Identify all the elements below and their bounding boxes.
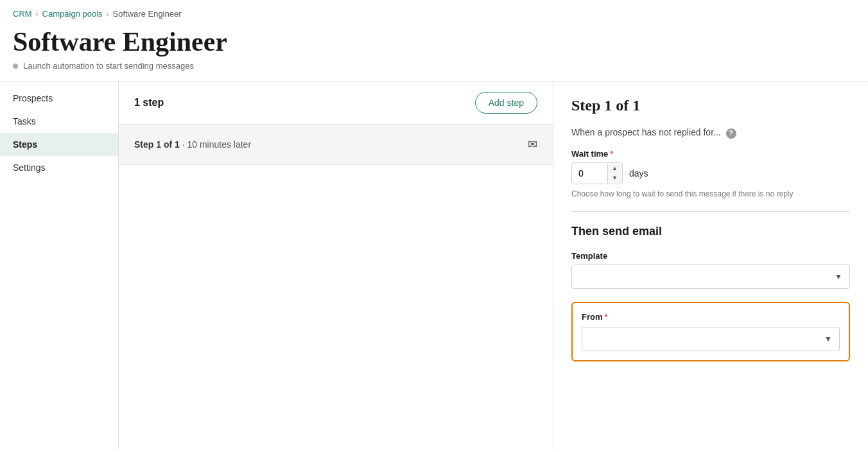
page-subtitle: Launch automation to start sending messa… — [0, 61, 868, 81]
template-label: Template — [571, 251, 850, 261]
step-label-detail: · 10 minutes later — [180, 139, 251, 150]
add-step-button[interactable]: Add step — [475, 92, 537, 114]
right-panel-title: Step 1 of 1 — [571, 97, 850, 114]
breadcrumb-campaign-pools-link[interactable]: Campaign pools — [42, 9, 103, 19]
page-subtitle-text: Launch automation to start sending messa… — [23, 61, 194, 71]
template-select-wrapper: ▼ — [571, 265, 850, 289]
from-section: From * ▼ — [571, 302, 850, 361]
content-area: 1 step Add step Step 1 of 1 · 10 minutes… — [119, 82, 553, 449]
spinner-down-button[interactable]: ▼ — [608, 173, 621, 183]
sidebar: Prospects Tasks Steps Settings — [0, 82, 119, 449]
wait-time-input-wrapper: ▲ ▼ — [571, 162, 623, 184]
status-dot — [13, 64, 18, 69]
breadcrumb-sep-2: › — [107, 10, 109, 19]
sidebar-item-prospects[interactable]: Prospects — [0, 87, 118, 110]
sidebar-item-steps[interactable]: Steps — [0, 133, 118, 156]
email-icon: ✉ — [528, 137, 537, 152]
sidebar-item-settings[interactable]: Settings — [0, 156, 118, 179]
days-label: days — [629, 168, 648, 178]
step-label-bold: Step 1 of 1 — [134, 139, 180, 150]
wait-time-required: * — [610, 149, 613, 159]
main-layout: Prospects Tasks Steps Settings 1 step Ad… — [0, 81, 868, 449]
spinner-buttons: ▲ ▼ — [607, 164, 621, 183]
steps-count: 1 step — [134, 97, 164, 109]
breadcrumb-current: Software Engineer — [113, 9, 182, 19]
help-icon[interactable]: ? — [726, 128, 736, 139]
wait-time-helper: Choose how long to wait to send this mes… — [571, 189, 850, 198]
breadcrumb-sep-1: › — [36, 10, 39, 19]
breadcrumb-crm-link[interactable]: CRM — [13, 9, 32, 19]
wait-time-input[interactable] — [572, 163, 607, 184]
template-select[interactable] — [571, 265, 850, 289]
steps-header: 1 step Add step — [119, 82, 553, 125]
then-send-label: Then send email — [571, 225, 850, 238]
step-row[interactable]: Step 1 of 1 · 10 minutes later ✉ — [119, 125, 553, 165]
divider — [571, 211, 850, 212]
sidebar-item-tasks[interactable]: Tasks — [0, 110, 118, 133]
spinner-up-button[interactable]: ▲ — [608, 164, 621, 173]
when-label: When a prospect has not replied for... ? — [571, 127, 850, 139]
page-title: Software Engineer — [0, 24, 868, 61]
wait-time-label: Wait time * — [571, 149, 850, 159]
breadcrumb: CRM › Campaign pools › Software Engineer — [0, 0, 868, 24]
from-required: * — [605, 312, 608, 322]
from-select-wrapper: ▼ — [582, 327, 840, 351]
step-row-label: Step 1 of 1 · 10 minutes later — [134, 139, 251, 150]
wait-time-row: ▲ ▼ days — [571, 162, 850, 184]
right-panel: Step 1 of 1 When a prospect has not repl… — [553, 82, 868, 449]
from-select[interactable] — [582, 327, 840, 351]
from-label: From * — [582, 312, 840, 322]
